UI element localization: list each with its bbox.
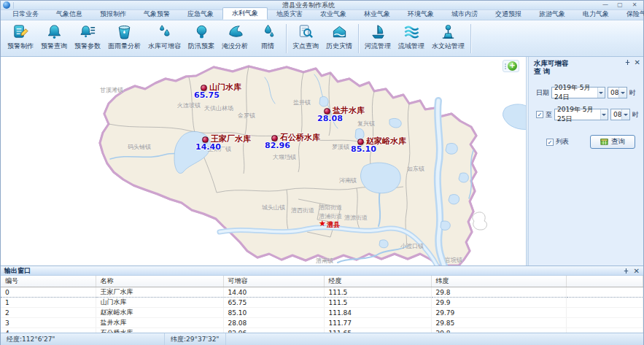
reservoir-value-label: 82.96 xyxy=(265,141,290,150)
column-header[interactable]: 经度 xyxy=(324,276,431,287)
ribbon: 预警制作预警查询预警参数面雨量分析水库可增容防汛预案淹没分析雨情灾点查询历史灾情… xyxy=(1,20,643,57)
hour-suffix-label: 时 xyxy=(629,88,636,98)
table-row[interactable]: 1山门水库65.75111.529.9 xyxy=(1,298,643,308)
ribbon-button-label: 面雨量分析 xyxy=(108,42,141,51)
chevron-down-icon xyxy=(600,109,608,120)
tab-7[interactable]: 农业气象 xyxy=(311,9,355,20)
panel-close-icon[interactable]: ✕ xyxy=(635,59,640,66)
titlebar-divider xyxy=(13,2,14,9)
hour-to-value: 08 xyxy=(613,111,621,118)
boat-icon xyxy=(370,23,387,40)
disaster-point-query-button[interactable]: 灾点查询 xyxy=(289,22,322,55)
ribbon-button-label: 灾点查询 xyxy=(292,42,319,51)
column-header[interactable]: 纬度 xyxy=(431,276,566,287)
hour-to-select[interactable]: 08 xyxy=(610,109,630,120)
table-row[interactable]: 0王家厂水库14.40111.529.8 xyxy=(1,287,643,298)
reservoir-capacity-button[interactable]: 水库可增容 xyxy=(144,22,185,55)
output-close-icon[interactable]: ✕ xyxy=(634,268,640,274)
reservoir-value-label: 14.40 xyxy=(195,142,221,152)
tab-8[interactable]: 林业气象 xyxy=(355,9,399,20)
bell-icon xyxy=(46,23,63,40)
hour-suffix-label: 时 xyxy=(632,110,639,120)
table-cell: 2 xyxy=(1,308,96,318)
ribbon-button-label: 历史灾情 xyxy=(326,42,352,51)
town-label: 澧南镇 xyxy=(316,257,333,265)
maximize-button[interactable]: ▢ xyxy=(615,1,625,9)
town-label: 澧西街道 xyxy=(291,206,314,214)
minimize-button[interactable]: — xyxy=(600,1,610,9)
status-latitude: 纬度:29°37'32" xyxy=(165,333,226,345)
inundation-analysis-button[interactable]: 淹没分析 xyxy=(218,22,252,55)
station-icon xyxy=(440,23,457,40)
drop-icon xyxy=(260,23,276,40)
tab-1[interactable]: 气象信息 xyxy=(47,9,91,20)
county-map[interactable]: 甘溪滩镇火连坡镇天供山林场金罗镇盐井镇码头铺镇王家厂镇复兴镇梦溪镇大堰垱镇如东镇… xyxy=(1,57,526,265)
flood-plan-button[interactable]: 防汛预案 xyxy=(185,22,218,55)
ribbon-button-label: 预警制作 xyxy=(7,42,34,51)
reservoir-capacity-panel: 水库可增容 ✕ 查 询 日期 2019年 5月24日 08 xyxy=(529,57,643,265)
column-header[interactable]: 名称 xyxy=(96,276,223,287)
warning-create-button[interactable]: 预警制作 xyxy=(4,22,37,55)
table-cell: 111.5 xyxy=(324,287,431,298)
areal-rainfall-button[interactable]: 面雨量分析 xyxy=(104,22,144,55)
tab-0[interactable]: 日常业务 xyxy=(4,9,47,20)
tab-14[interactable]: 保险气象 xyxy=(618,9,644,20)
tab-12[interactable]: 旅游气象 xyxy=(530,9,574,20)
output-window: 输出窗口 ✕ 编号名称可增容经度纬度 0王家厂水库14.40111.529.81… xyxy=(1,265,643,333)
pin-icon[interactable] xyxy=(623,268,629,274)
tab-9[interactable]: 环境气象 xyxy=(399,9,443,20)
list-checkbox[interactable]: ✓ xyxy=(546,139,554,146)
table-row[interactable]: 3盐井水库28.08111.7729.85 xyxy=(1,318,643,328)
to-checkbox[interactable]: ✓ xyxy=(536,111,543,118)
status-bar: 经度:112°6'27" 纬度:29°37'32" xyxy=(1,333,643,345)
tab-2[interactable]: 预报制作 xyxy=(91,9,135,20)
doc-edit-icon xyxy=(12,23,29,40)
ribbon-button-label: 防汛预案 xyxy=(188,42,214,51)
disaster-history-button[interactable]: 历史灾情 xyxy=(322,22,356,55)
tab-10[interactable]: 城市内涝 xyxy=(443,9,486,20)
column-header[interactable]: 可增容 xyxy=(223,276,324,287)
rain-info-button[interactable]: 雨情 xyxy=(252,22,284,55)
list-label: 列表 xyxy=(556,137,569,147)
map-toolbar-expand-button[interactable]: + xyxy=(503,60,519,72)
tab-13[interactable]: 电力气象 xyxy=(574,9,618,20)
drops-icon xyxy=(156,23,173,40)
river-management-button[interactable]: 河流管理 xyxy=(361,22,395,55)
panel-title: 水库可增容 xyxy=(534,59,569,67)
basin-management-button[interactable]: 流域管理 xyxy=(395,22,428,55)
town-label: 金罗镇 xyxy=(238,112,255,120)
status-longitude: 经度:112°6'27" xyxy=(1,333,165,345)
close-button[interactable]: ✕ xyxy=(629,1,640,9)
reservoir-value-label: 28.08 xyxy=(317,114,343,123)
ribbon-button-label: 河流管理 xyxy=(365,42,391,51)
table-row[interactable]: 2赵家峪水库85.10111.8429.79 xyxy=(1,308,643,318)
ribbon-button-label: 预警查询 xyxy=(41,42,67,51)
tab-5[interactable]: 水利气象 xyxy=(222,7,268,20)
town-label: 澧阳街道 xyxy=(319,203,342,212)
pin-icon[interactable] xyxy=(624,59,631,66)
warning-query-button[interactable]: 预警查询 xyxy=(37,22,71,55)
column-header[interactable]: 编号 xyxy=(1,276,96,287)
date-to-select[interactable]: 2019年 5月25日 xyxy=(554,109,608,120)
tab-3[interactable]: 气象预警 xyxy=(135,9,179,20)
warning-params-button[interactable]: 预警参数 xyxy=(71,22,104,55)
county-seat-label: 澧县 xyxy=(327,220,340,230)
ribbon-button-label: 淹没分析 xyxy=(222,42,248,51)
hydro-station-management-button[interactable]: 水文站管理 xyxy=(428,22,468,55)
hour-from-select[interactable]: 08 xyxy=(608,87,627,98)
waves-icon xyxy=(403,23,420,40)
date-from-select[interactable]: 2019年 5月24日 xyxy=(551,87,605,98)
town-label: 官垸镇 xyxy=(445,256,462,264)
tab-6[interactable]: 地质灾害 xyxy=(268,9,311,20)
query-button[interactable]: 查询 xyxy=(590,135,635,149)
tab-11[interactable]: 交通预报 xyxy=(486,9,530,20)
hour-from-value: 08 xyxy=(610,89,618,96)
app-logo-icon xyxy=(3,1,10,9)
bell-list-icon xyxy=(79,23,96,40)
ribbon-button-label: 流域管理 xyxy=(398,42,424,51)
tab-4[interactable]: 应急气象 xyxy=(179,9,222,20)
town-label: 如东镇 xyxy=(407,165,424,173)
map-overlay: 甘溪滩镇火连坡镇天供山林场金罗镇盐井镇码头铺镇王家厂镇复兴镇梦溪镇大堰垱镇如东镇… xyxy=(1,57,526,265)
table-cell: 111.77 xyxy=(324,318,431,328)
reservoir-value-label: 85.10 xyxy=(351,144,376,154)
